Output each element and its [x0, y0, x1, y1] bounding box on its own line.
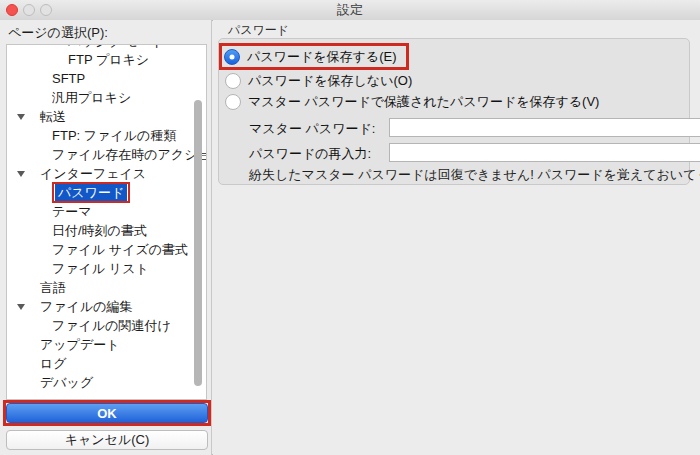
radio-label: マスター パスワードで保護されたパスワードを保存する(V)	[248, 93, 599, 111]
tree-item-label: SFTP	[52, 71, 85, 86]
settings-tree: パッシブ モードFTP プロキシSFTP汎用プロキシ転送FTP: ファイルの種類…	[6, 44, 207, 400]
ok-button[interactable]: OK	[6, 403, 208, 423]
radio-option[interactable]: パスワードを保存しない(O)	[219, 70, 689, 91]
radio-icon[interactable]	[225, 94, 241, 110]
tree-item[interactable]: FTP: ファイルの種類	[7, 126, 206, 145]
tree-item-label: 転送	[40, 109, 66, 124]
tree-item-label: アップデート	[40, 337, 120, 352]
tree-item[interactable]: SFTP	[7, 69, 206, 88]
tree-item-label: ファイル サイズの書式	[52, 242, 188, 257]
radio-icon[interactable]	[224, 49, 240, 65]
tree-item[interactable]: ファイル存在時のアクション	[7, 145, 206, 164]
tree-item-label: デバッグ	[40, 375, 93, 390]
annotation-box: パスワード	[52, 182, 130, 203]
tree-item-label: テーマ	[52, 204, 92, 219]
field-label: マスター パスワード:	[249, 120, 375, 138]
radio-label: パスワードを保存する(E)	[247, 48, 396, 66]
tree-item[interactable]: インターフェイス	[7, 164, 206, 183]
tree-item-label: パスワード	[55, 184, 127, 201]
tree-item[interactable]: FTP プロキシ	[7, 50, 206, 69]
radio-label: パスワードを保存しない(O)	[248, 72, 412, 90]
tree-item[interactable]: 汎用プロキシ	[7, 88, 206, 107]
tree-item[interactable]: 転送	[7, 107, 206, 126]
scrollbar-thumb[interactable]	[194, 100, 202, 386]
settings-window: 設定 ページの選択(P): パッシブ モードFTP プロキシSFTP汎用プロキシ…	[0, 0, 700, 455]
password-panel: パスワード パスワードを保存する(E)パスワードを保存しない(O)マスター パス…	[213, 20, 700, 455]
master-password-input[interactable]	[389, 118, 700, 137]
tree-item[interactable]: ファイル サイズの書式	[7, 240, 206, 259]
tree-item[interactable]: ファイルの編集	[7, 297, 206, 316]
tree-item[interactable]: 言語	[7, 278, 206, 297]
titlebar: 設定	[0, 0, 700, 21]
tree-item[interactable]: ログ	[7, 354, 206, 373]
tree-item-label: 汎用プロキシ	[52, 90, 131, 105]
tree-item-label: FTP: ファイルの種類	[52, 128, 176, 143]
window-title: 設定	[0, 0, 700, 20]
annotation-box: パスワードを保存する(E)	[219, 43, 409, 70]
field-label: パスワードの再入力:	[249, 145, 371, 163]
expander-triangle-icon[interactable]	[17, 304, 25, 310]
radio-option[interactable]: パスワードを保存する(E)	[222, 46, 396, 67]
tree-item-label: インターフェイス	[40, 166, 146, 181]
expander-triangle-icon[interactable]	[17, 171, 25, 177]
tree-item[interactable]: ファイルの関連付け	[7, 316, 206, 335]
tree-item-label: ログ	[40, 356, 67, 371]
tree-item[interactable]: 日付/時刻の書式	[7, 221, 206, 240]
retype-password-input[interactable]	[389, 143, 700, 162]
left-panel: ページの選択(P): パッシブ モードFTP プロキシSFTP汎用プロキシ転送F…	[0, 20, 212, 455]
tree-item[interactable]: デバッグ	[7, 373, 206, 392]
radio-option[interactable]: マスター パスワードで保護されたパスワードを保存する(V)	[219, 91, 689, 112]
warning-text: 紛失したマスター パスワードは回復できません! パスワードを覚えておいてください…	[249, 166, 700, 184]
tree-item-label: ファイル リスト	[52, 261, 149, 276]
cancel-button[interactable]: キャンセル(C)	[6, 430, 208, 450]
tree-item[interactable]: ファイル リスト	[7, 259, 206, 278]
tree-item[interactable]: パスワード	[7, 183, 206, 202]
annotation-box-ok: OK	[3, 400, 211, 426]
tree-item-label: ファイルの編集	[40, 299, 133, 314]
page-select-label: ページの選択(P):	[8, 24, 108, 42]
tree-item-label: ファイル存在時のアクション	[52, 147, 207, 162]
tree-item-label: ファイルの関連付け	[52, 318, 171, 333]
tree-item[interactable]: アップデート	[7, 335, 206, 354]
tree-item[interactable]: テーマ	[7, 202, 206, 221]
password-group-box: パスワードを保存する(E)パスワードを保存しない(O)マスター パスワードで保護…	[218, 38, 690, 185]
expander-triangle-icon[interactable]	[17, 114, 25, 120]
tree-item-label: 日付/時刻の書式	[52, 223, 147, 238]
radio-group: パスワードを保存する(E)パスワードを保存しない(O)マスター パスワードで保護…	[219, 39, 689, 112]
tree-item-label: FTP プロキシ	[68, 52, 149, 67]
group-title: パスワード	[228, 22, 289, 39]
radio-icon[interactable]	[225, 73, 241, 89]
tree-item-label: 言語	[40, 280, 66, 295]
